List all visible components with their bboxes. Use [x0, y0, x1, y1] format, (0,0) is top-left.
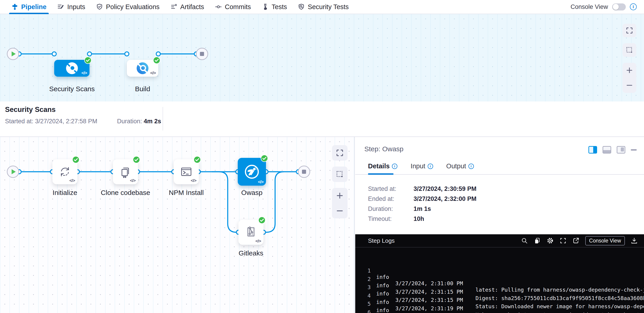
log-line: 2 info 3/27/2024, 2:31:15 PM Digest: sha…: [355, 270, 644, 278]
stage-title: Security Scans: [5, 106, 56, 114]
detail-row-started-at: Started at: 3/27/2024, 2:30:59 PM: [368, 184, 476, 194]
success-check-badge: [72, 156, 80, 163]
step-graph-canvas[interactable]: </> Initialize </> Clone codebase: [0, 137, 355, 313]
step-node-clone-codebase[interactable]: </>: [113, 159, 138, 184]
pipeline-icon: [12, 3, 18, 10]
pipeline-execution-page: Pipeline Inputs Policy Evaluations Artif…: [0, 0, 644, 313]
nav-tab-label: Pipeline: [21, 3, 46, 11]
select-region-button[interactable]: [332, 167, 348, 182]
log-lines[interactable]: 1 info 3/27/2024, 2:31:00 PM latest: Pul…: [355, 261, 644, 311]
layout-bottom-panel-icon[interactable]: [602, 146, 611, 154]
layout-right-panel-icon[interactable]: [588, 146, 597, 154]
owasp-icon: [244, 164, 260, 180]
stage-end-node[interactable]: [196, 48, 208, 60]
inputs-icon: [58, 3, 64, 10]
tab-input[interactable]: Input i: [410, 162, 433, 170]
stage-graph-canvas[interactable]: </> Security Scans </> Build: [0, 14, 644, 101]
step-logs-panel: Step Logs: [355, 234, 644, 313]
zoom-out-button[interactable]: [336, 207, 344, 215]
nav-tab-commits[interactable]: Commits: [210, 0, 256, 14]
step-node-npm-install[interactable]: </>: [174, 159, 199, 184]
stage-duration: Duration: 4m 2s: [117, 118, 161, 125]
active-tab-underline: [9, 13, 49, 14]
detail-label: Timeout:: [368, 215, 414, 223]
settings-gear-icon[interactable]: [546, 237, 554, 244]
input-info-icon[interactable]: i: [428, 164, 433, 169]
output-info-icon[interactable]: i: [468, 164, 474, 169]
expand-logs-icon[interactable]: [560, 237, 566, 244]
stage-start-node[interactable]: [7, 48, 19, 60]
open-in-new-tab-icon[interactable]: [572, 237, 579, 244]
log-line: 3 info 3/27/2024, 2:31:15 PM Status: Dow…: [355, 278, 644, 286]
code-badge: </>: [258, 179, 264, 185]
details-info-icon[interactable]: i: [392, 164, 398, 169]
security-stage-icon: [66, 62, 78, 75]
tab-output[interactable]: Output i: [446, 162, 474, 170]
zoom-in-button[interactable]: [626, 67, 633, 74]
log-line: 4 info 3/27/2024, 2:31:19 PM Unknown rub…: [355, 286, 644, 295]
nav-tab-artifacts[interactable]: Artifacts: [165, 0, 210, 14]
started-value: 3/27/2024, 2:27:58 PM: [35, 118, 97, 125]
step-details-panel: Step: Owasp Details i Input i Output i: [355, 137, 644, 234]
console-view-toggle[interactable]: [612, 3, 626, 10]
nav-tab-label: Artifacts: [180, 3, 204, 11]
tab-details[interactable]: Details i: [368, 162, 398, 170]
step-canvas-controls: [332, 145, 348, 218]
step-logs-header: Step Logs: [355, 234, 644, 248]
npm-install-icon: [180, 165, 193, 178]
step-panel-tabs: Details i Input i Output i: [368, 162, 474, 170]
download-logs-icon[interactable]: [631, 237, 638, 244]
fullscreen-button[interactable]: [332, 145, 348, 161]
minimize-panel-icon[interactable]: [631, 149, 637, 151]
duration-value: 4m 2s: [144, 118, 161, 125]
nav-tab-label: Tests: [272, 3, 287, 11]
stage-canvas-controls: [622, 24, 636, 93]
nav-tab-label: Security Tests: [308, 3, 349, 11]
active-tab-underline: [368, 173, 394, 175]
log-line-number: 6: [362, 309, 371, 313]
zoom-out-button[interactable]: [626, 82, 633, 89]
nav-tab-policy-evaluations[interactable]: Policy Evaluations: [91, 0, 165, 14]
artifacts-icon: [170, 3, 178, 10]
layout-fill: [621, 147, 624, 151]
nav-tab-inputs[interactable]: Inputs: [52, 0, 91, 14]
step-node-gitleaks[interactable]: </>: [238, 220, 264, 245]
log-line: 5 info 3/27/2024, 2:31:19 PM Using /usr/…: [355, 294, 644, 303]
success-check-badge: [153, 57, 160, 64]
build-stage-icon: [136, 62, 149, 75]
nav-tab-security-tests[interactable]: Security Tests: [292, 0, 354, 14]
console-view-label: Console View: [570, 3, 608, 10]
code-badge: </>: [82, 70, 87, 75]
stage-info-strip: Security Scans Started at: 3/27/2024, 2:…: [0, 101, 644, 137]
detail-value: 1m 1s: [414, 205, 431, 213]
step-node-owasp[interactable]: </>: [238, 158, 266, 186]
top-nav: Pipeline Inputs Policy Evaluations Artif…: [0, 0, 644, 14]
zoom-controls: [332, 188, 348, 218]
console-view-info-icon[interactable]: i: [630, 3, 637, 10]
step-node-initialize[interactable]: </>: [52, 159, 78, 184]
tab-label: Input: [410, 162, 426, 170]
success-check-badge: [84, 57, 92, 64]
step-start-node[interactable]: [7, 166, 19, 178]
stage-node-build[interactable]: </>: [127, 60, 158, 77]
select-region-button[interactable]: [622, 43, 636, 57]
layout-fill: [593, 147, 596, 153]
nav-tab-label: Inputs: [67, 3, 85, 11]
detail-label: Ended at:: [368, 195, 414, 202]
console-view-button[interactable]: Console View: [585, 236, 625, 246]
panel-divider: [355, 174, 644, 175]
zoom-in-button[interactable]: [336, 192, 344, 200]
layout-floating-panel-icon[interactable]: [617, 146, 625, 154]
nav-tab-pipeline[interactable]: Pipeline: [6, 0, 52, 14]
nav-tab-label: Commits: [225, 3, 251, 11]
success-check-badge: [258, 217, 266, 224]
copy-icon[interactable]: [534, 237, 540, 244]
nav-tab-tests[interactable]: Tests: [256, 0, 292, 14]
vertical-divider: [162, 107, 163, 131]
initialize-icon: [58, 165, 72, 178]
fullscreen-button[interactable]: [622, 24, 636, 37]
search-icon[interactable]: [521, 237, 528, 244]
step-end-node[interactable]: [298, 166, 310, 178]
stage-node-security-scans[interactable]: </>: [54, 60, 90, 77]
stop-icon: [200, 52, 204, 56]
